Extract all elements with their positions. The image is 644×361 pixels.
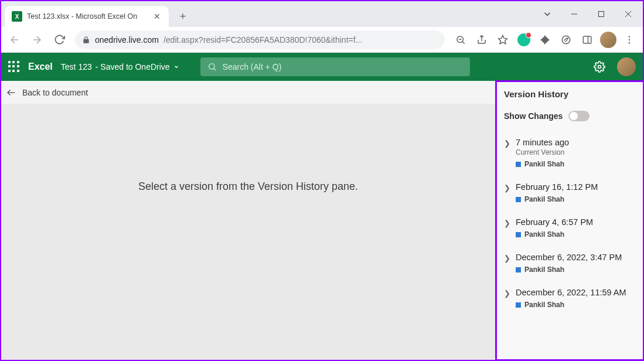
version-item[interactable]: ❯ 7 minutes ago Current Version Pankil S…	[504, 138, 638, 168]
author-color-icon	[516, 197, 521, 202]
close-window-button[interactable]	[615, 4, 642, 24]
chevron-right-icon: ❯	[504, 138, 511, 168]
document-info[interactable]: Test 123 - Saved to OneDrive	[61, 62, 179, 71]
user-avatar[interactable]	[617, 57, 636, 76]
show-changes-label: Show Changes	[504, 111, 563, 121]
version-list: ❯ 7 minutes ago Current Version Pankil S…	[504, 138, 638, 309]
chevron-right-icon: ❯	[504, 217, 511, 239]
maximize-window-button[interactable]	[588, 4, 615, 24]
energy-leaf-icon[interactable]	[556, 30, 576, 50]
author-color-icon	[516, 162, 521, 167]
version-author: Pankil Shah	[524, 160, 564, 168]
share-icon[interactable]	[472, 30, 492, 50]
show-changes-toggle[interactable]	[568, 111, 590, 121]
settings-button[interactable]	[590, 57, 609, 76]
version-time: February 16, 1:12 PM	[516, 182, 638, 192]
grammarly-extension-icon[interactable]	[514, 30, 534, 50]
side-panel-icon[interactable]	[577, 30, 597, 50]
svg-point-14	[629, 36, 630, 37]
chevron-right-icon: ❯	[504, 253, 511, 274]
arrow-left-icon	[6, 87, 16, 98]
svg-point-15	[629, 39, 630, 40]
version-author: Pankil Shah	[524, 265, 564, 274]
version-author: Pankil Shah	[524, 230, 564, 239]
save-status: - Saved to OneDrive	[96, 62, 170, 71]
search-placeholder: Search (Alt + Q)	[223, 62, 282, 71]
version-item[interactable]: ❯ December 6, 2022, 11:59 AM Pankil Shah	[504, 288, 638, 309]
author-color-icon	[516, 302, 521, 308]
version-author: Pankil Shah	[524, 301, 564, 309]
url-path: /edit.aspx?resid=FC20856FA5AD380D!7060&i…	[163, 35, 438, 45]
back-button[interactable]	[5, 30, 25, 50]
version-item[interactable]: ❯ February 4, 6:57 PM Pankil Shah	[504, 217, 638, 239]
show-changes-row: Show Changes	[504, 111, 638, 121]
address-bar[interactable]: onedrive.live.com /edit.aspx?resid=FC208…	[75, 30, 445, 49]
svg-rect-12	[583, 36, 591, 43]
svg-marker-10	[499, 35, 507, 43]
svg-line-7	[462, 42, 465, 44]
excel-favicon: X	[12, 11, 22, 22]
svg-point-11	[562, 36, 570, 44]
version-item[interactable]: ❯ December 6, 2022, 3:47 PM Pankil Shah	[504, 253, 638, 274]
svg-point-19	[598, 66, 601, 69]
svg-rect-1	[599, 12, 604, 17]
chevron-right-icon: ❯	[504, 288, 511, 309]
author-color-icon	[516, 267, 521, 273]
version-author: Pankil Shah	[524, 195, 564, 203]
version-subtitle: Current Version	[516, 148, 638, 156]
url-domain: onedrive.live.com	[95, 35, 159, 45]
browser-chrome: X Test 123.xlsx - Microsoft Excel On ✕ +	[1, 1, 643, 53]
browser-tab[interactable]: X Test 123.xlsx - Microsoft Excel On ✕	[5, 6, 169, 27]
extensions-icon[interactable]	[535, 30, 555, 50]
version-time: December 6, 2022, 11:59 AM	[516, 288, 638, 297]
empty-state-message: Select a version from the Version Histor…	[1, 180, 495, 193]
content-area: Select a version from the Version Histor…	[1, 104, 643, 360]
zoom-icon[interactable]	[451, 30, 471, 50]
address-row: onedrive.live.com /edit.aspx?resid=FC208…	[1, 27, 643, 53]
lock-icon	[82, 36, 90, 44]
new-tab-button[interactable]: +	[175, 8, 191, 25]
reload-button[interactable]	[49, 30, 69, 50]
app-brand: Excel	[28, 62, 53, 72]
window-controls	[534, 1, 642, 27]
document-name: Test 123	[61, 62, 92, 71]
bookmark-star-icon[interactable]	[493, 30, 513, 50]
version-time: December 6, 2022, 3:47 PM	[516, 253, 638, 262]
author-color-icon	[516, 232, 521, 237]
version-time: February 4, 6:57 PM	[516, 217, 638, 227]
profile-avatar[interactable]	[598, 30, 618, 50]
search-icon	[207, 62, 217, 71]
app-launcher-icon[interactable]	[8, 61, 20, 73]
svg-line-18	[213, 69, 215, 70]
minimize-window-button[interactable]	[561, 4, 588, 24]
tab-strip: X Test 123.xlsx - Microsoft Excel On ✕ +	[1, 1, 643, 27]
back-to-document-label: Back to document	[22, 88, 88, 97]
close-tab-icon[interactable]: ✕	[152, 12, 162, 21]
svg-point-16	[629, 42, 630, 43]
chevron-down-icon	[173, 64, 179, 70]
excel-header: Excel Test 123 - Saved to OneDrive Searc…	[1, 53, 643, 81]
address-actions	[451, 30, 639, 50]
svg-point-17	[209, 64, 214, 69]
panel-title: Version History	[504, 89, 638, 99]
search-input[interactable]: Search (Alt + Q)	[200, 57, 470, 76]
version-item[interactable]: ❯ February 16, 1:12 PM Pankil Shah	[504, 182, 638, 203]
chevron-down-icon[interactable]	[534, 4, 561, 24]
kebab-menu-icon[interactable]	[619, 30, 639, 50]
chevron-right-icon: ❯	[504, 182, 511, 203]
version-history-panel: Version History Show Changes ❯ 7 minutes…	[495, 80, 643, 361]
tab-title: Test 123.xlsx - Microsoft Excel On	[27, 12, 148, 21]
forward-button[interactable]	[27, 30, 47, 50]
version-time: 7 minutes ago	[516, 138, 638, 147]
